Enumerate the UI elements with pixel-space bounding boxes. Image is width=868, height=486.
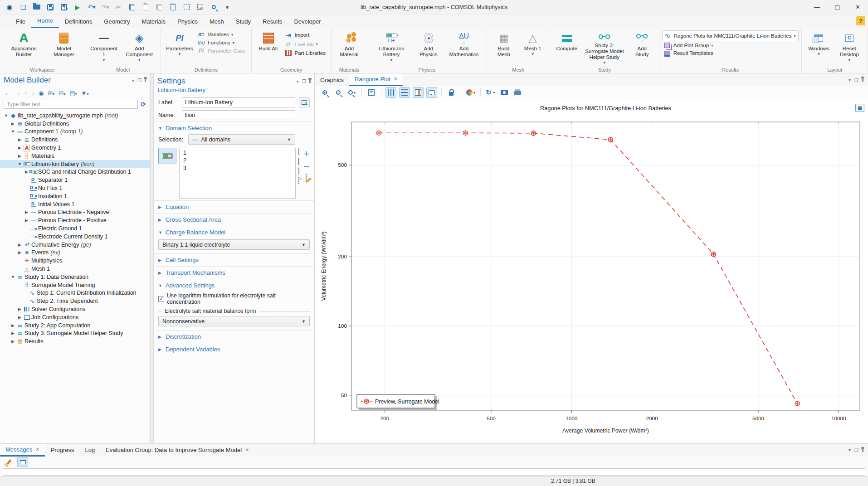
log-formulation-checkbox[interactable]: ✓ — [158, 296, 164, 302]
section-cross-sectional-area[interactable]: ▶Cross-Sectional Area — [154, 214, 314, 226]
tree-item-study-1-data-generation[interactable]: ▼Study 1: Data Generation — [0, 273, 150, 281]
table-window-icon[interactable] — [17, 457, 28, 467]
new-icon[interactable] — [17, 2, 29, 13]
active-toggle-button[interactable] — [158, 148, 176, 164]
forward-icon[interactable]: → — [15, 90, 20, 97]
ribbon-button-part-libraries[interactable]: Part Libraries — [283, 49, 328, 57]
cut-icon[interactable] — [112, 2, 124, 13]
pin-icon[interactable] — [145, 78, 146, 82]
expand-closed-icon[interactable]: ▶ — [17, 154, 22, 158]
undo-icon[interactable] — [85, 2, 97, 13]
image-snapshot-icon[interactable] — [499, 87, 510, 98]
tab-geometry[interactable]: Geometry — [98, 15, 136, 28]
tab-study[interactable]: Study — [230, 15, 257, 28]
tree-filter-input[interactable] — [4, 100, 138, 109]
zoom-extents-icon[interactable] — [366, 87, 377, 98]
section-charge-balance-model[interactable]: ▼Charge Balance Model — [154, 226, 314, 238]
create-selection-icon[interactable] — [298, 149, 299, 155]
tree-item-initial-values-1[interactable]: Initial Values 1 — [0, 200, 150, 209]
zoom-out-icon[interactable]: − — [333, 87, 344, 98]
ribbon-button-add-plot-group[interactable]: Add Plot Group▾ — [662, 42, 799, 49]
chevron-down-icon[interactable]: ▾ — [297, 79, 299, 84]
expand-closed-icon[interactable]: ▶ — [10, 122, 15, 126]
chevron-down-icon[interactable]: ▾ — [132, 78, 134, 83]
ribbon-button-ragone-plots-for-nmc111-graphite-li-ion-batteries[interactable]: Ragone Plots for NMC111/Graphite Li-ion … — [662, 30, 799, 41]
ribbon-button-result-templates[interactable]: Result Templates — [662, 49, 799, 57]
expand-closed-icon[interactable]: ▶ — [10, 339, 15, 344]
ribbon-button-functions[interactable]: Functions▾ — [196, 39, 249, 46]
tree-item-results[interactable]: ▶Results — [0, 337, 150, 345]
tab-log[interactable]: Log — [80, 444, 101, 457]
plot-canvas[interactable]: Ragone Plots for NMC111/Graphite Li-ion … — [315, 99, 868, 443]
data-point[interactable] — [531, 131, 536, 136]
ribbon-button-mesh-1[interactable]: Mesh 1▾ — [519, 29, 547, 66]
x-grid-icon[interactable] — [385, 87, 396, 98]
section-advanced-settings[interactable]: ▼Advanced Settings — [154, 279, 314, 292]
plot-update-icon[interactable]: ▾ — [485, 87, 496, 98]
section-equation[interactable]: ▶Equation — [154, 201, 314, 213]
tab-messages[interactable]: Messages✕ — [0, 444, 45, 457]
ribbon-button-study-3-surrogate-model-helper-study[interactable]: Study 3: Surrogate Model Helper Study▾ — [582, 29, 627, 66]
annotations-icon[interactable] — [426, 87, 437, 98]
add-domain-icon[interactable] — [303, 149, 310, 158]
pin-icon[interactable] — [862, 78, 863, 82]
tab-file[interactable]: File — [10, 15, 31, 28]
tree-item-job-configurations[interactable]: ▶Job Configurations — [0, 313, 150, 321]
label-edit-icon[interactable] — [299, 97, 310, 107]
tree-item-porous-electrode-negative[interactable]: ▶Porous Electrode - Negative — [0, 209, 150, 217]
tree-item-no-flux-1[interactable]: No Flux 1 — [0, 184, 150, 192]
expand-open-icon[interactable]: ▼ — [17, 162, 22, 166]
redo-icon[interactable] — [99, 2, 111, 13]
comsol-logo-icon[interactable] — [4, 2, 15, 13]
float-icon[interactable]: ❐ — [137, 78, 141, 83]
tree-item-porous-electrode-positive[interactable]: ▶Porous Electrode - Positive — [0, 216, 150, 224]
balance-form-dropdown[interactable]: Nonconservative ▼ — [158, 316, 310, 326]
copy-icon[interactable] — [126, 2, 138, 13]
expand-closed-icon[interactable]: ▶ — [17, 243, 22, 247]
section-domain-selection[interactable]: ▼ Domain Selection — [154, 122, 314, 134]
expand-closed-icon[interactable]: ▶ — [17, 250, 22, 255]
tree-item-global-definitions[interactable]: ▶Global Definitions — [0, 120, 150, 128]
section-discretization[interactable]: ▶Discretization — [154, 330, 314, 343]
data-point[interactable] — [463, 130, 468, 136]
tree-item-geometry-1[interactable]: ▶Geometry 1 — [0, 144, 150, 152]
print-icon[interactable] — [512, 87, 523, 98]
chevron-down-icon[interactable]: ▾ — [848, 78, 851, 83]
ribbon-button-lithium-ion-battery[interactable]: Li+Lithium-Ion Battery▾ — [370, 29, 413, 66]
chevron-down-icon[interactable]: ▾ — [848, 447, 851, 452]
tab-rangone-plot[interactable]: Rangone Plot✕ — [349, 73, 403, 86]
lock-axis-icon[interactable] — [446, 87, 457, 98]
help-button[interactable]: ? — [856, 16, 865, 25]
close-icon[interactable]: ✕ — [245, 447, 249, 453]
float-icon[interactable]: ❐ — [854, 78, 858, 83]
pin-icon[interactable] — [309, 79, 311, 83]
tree-item-events[interactable]: ▶Events(ev) — [0, 249, 150, 257]
duplicate-icon[interactable] — [153, 2, 165, 13]
ribbon-button-livelink[interactable]: LiveLink▾ — [283, 40, 328, 49]
copy-list-icon[interactable] — [298, 158, 299, 165]
zoom-selection-icon[interactable] — [298, 177, 299, 184]
expand-closed-icon[interactable]: ▶ — [24, 210, 29, 214]
remove-domain-icon[interactable] — [303, 161, 310, 171]
ribbon-button-parameter-case[interactable]: Parameter Case — [196, 47, 249, 55]
tab-developer[interactable]: Developer — [288, 15, 327, 28]
tree-item-study-2-app-computation[interactable]: ▶Study 2: App Computation — [0, 321, 150, 330]
float-icon[interactable]: ❐ — [854, 447, 858, 452]
ribbon-button-build-all[interactable]: Build All — [254, 29, 283, 66]
tree-item-solver-configurations[interactable]: ▶Solver Configurations — [0, 305, 150, 313]
tree-item-study-3-surrogate-model-helper-study[interactable]: ▶Study 3: Surrogate Model Helper Study — [0, 330, 150, 338]
tab-graphics[interactable]: Graphics — [315, 73, 349, 86]
paste-list-icon[interactable] — [298, 168, 299, 174]
tree-item-lithium-ion-battery[interactable]: ▼Lithium-Ion Battery(liion) — [0, 160, 150, 168]
ribbon-button-parameters[interactable]: Parameters▾ — [164, 29, 195, 66]
delete-icon[interactable] — [167, 2, 179, 13]
find-icon[interactable] — [208, 2, 219, 13]
select-frame-icon[interactable] — [180, 2, 192, 13]
clear-messages-icon[interactable] — [4, 457, 15, 467]
splitter[interactable] — [150, 73, 154, 443]
section-transport-mechanisms[interactable]: ▶Transport Mechanisms — [154, 267, 314, 279]
tree-item-materials[interactable]: ▶Materials — [0, 152, 150, 160]
collapse-all-icon[interactable]: ⊟▾ — [59, 90, 65, 97]
domain-selection-list[interactable]: 123 — [179, 148, 296, 199]
y-grid-icon[interactable] — [399, 87, 410, 98]
